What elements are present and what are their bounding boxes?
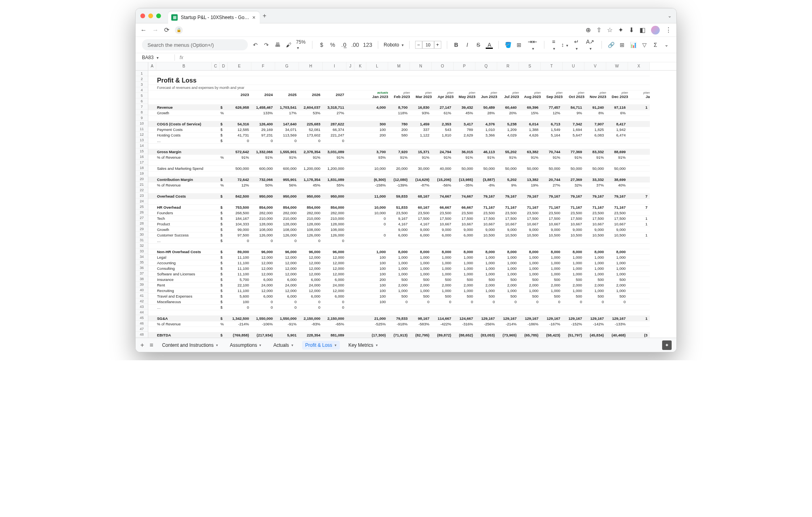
cell[interactable]: $ <box>220 294 228 298</box>
cell[interactable]: (769,858) <box>228 333 251 337</box>
cell[interactable]: 34,071 <box>275 127 299 132</box>
cell[interactable]: 79,167 <box>541 194 563 198</box>
cell[interactable]: 50% <box>251 183 275 187</box>
cell[interactable]: 500 <box>584 294 606 298</box>
cell[interactable]: 11,000 <box>366 194 388 198</box>
cell[interactable]: 23,500 <box>432 211 454 215</box>
cell[interactable]: SG&A <box>156 316 212 321</box>
cell[interactable]: (51,797) <box>563 333 584 337</box>
cell[interactable]: 68,167 <box>410 194 432 198</box>
cell[interactable]: 0 <box>497 300 519 304</box>
cell[interactable]: $ <box>220 127 228 132</box>
cell[interactable]: 1,825 <box>584 127 606 132</box>
column-header[interactable]: B <box>156 62 212 70</box>
column-header[interactable]: W <box>606 62 628 70</box>
cell[interactable]: 97,116 <box>606 105 628 110</box>
cell[interactable]: 2,000 <box>388 283 410 287</box>
cell[interactable]: (88,652) <box>454 333 475 337</box>
row-header[interactable]: 7 <box>136 104 148 110</box>
cell[interactable]: 9,000 <box>475 227 497 232</box>
close-tab-icon[interactable]: × <box>252 14 255 21</box>
row-header[interactable]: 27 <box>136 215 148 221</box>
cell[interactable]: 200 <box>366 133 388 137</box>
cell[interactable]: $ <box>220 238 228 243</box>
cell[interactable]: 12,000 <box>299 272 323 276</box>
cell[interactable]: 39,432 <box>454 105 475 110</box>
cell[interactable]: 79,167 <box>606 194 628 198</box>
cell[interactable]: $ <box>220 333 228 337</box>
column-header[interactable]: Q <box>475 62 497 70</box>
cell[interactable]: 1 <box>628 316 650 321</box>
all-sheets-icon[interactable]: ≡ <box>149 342 153 349</box>
cell[interactable]: 21,000 <box>366 316 388 321</box>
row-header[interactable]: 28 <box>136 221 148 226</box>
cell[interactable]: 1,000 <box>541 255 563 259</box>
cell[interactable]: $ <box>220 205 228 209</box>
cell[interactable]: 96,000 <box>299 250 323 254</box>
cell[interactable]: 91% <box>275 155 299 160</box>
cell[interactable]: 1,000 <box>432 272 454 276</box>
cell[interactable]: % <box>220 183 228 187</box>
cell[interactable]: 1,000 <box>410 255 432 259</box>
cell[interactable]: 1,342,500 <box>228 316 251 321</box>
cell-area[interactable]: Profit & LossForecast of revenues and ex… <box>148 71 650 338</box>
cell[interactable]: 0 <box>299 138 323 143</box>
cell[interactable]: 2,629 <box>454 133 475 137</box>
cell[interactable]: 20,000 <box>388 166 410 171</box>
cell[interactable]: 100 <box>366 127 388 132</box>
cell[interactable]: 99,000 <box>228 227 251 232</box>
cell[interactable]: 77,457 <box>541 105 563 110</box>
cell[interactable]: 12,000 <box>275 255 299 259</box>
cell[interactable]: 19% <box>519 183 541 187</box>
cell[interactable]: 91% <box>432 155 454 160</box>
cell[interactable]: 23,500 <box>563 211 584 215</box>
cell[interactable]: Sales and Marketing Spend <box>156 166 212 171</box>
cell[interactable]: 17% <box>275 111 299 115</box>
cell[interactable]: 6,000 <box>432 233 454 237</box>
cell[interactable]: 1,209 <box>497 127 519 132</box>
cell[interactable]: 0 <box>323 138 347 143</box>
cell[interactable]: 7 <box>628 205 650 209</box>
cell[interactable]: 71,167 <box>497 205 519 209</box>
cell[interactable]: 1,000 <box>519 261 541 265</box>
cell[interactable]: 12,000 <box>323 288 347 293</box>
cell[interactable]: 1,942 <box>606 127 628 132</box>
row-header[interactable]: 47 <box>136 326 148 332</box>
cell[interactable]: 114,667 <box>432 316 454 321</box>
cell[interactable]: 10,667 <box>584 222 606 226</box>
cell[interactable]: -214% <box>228 322 251 326</box>
cell[interactable]: 91,240 <box>584 105 606 110</box>
cell[interactable]: 79,167 <box>563 194 584 198</box>
print-icon[interactable]: 🖶 <box>274 42 281 48</box>
cell[interactable]: EBITDA <box>156 333 212 337</box>
cell[interactable]: 12,000 <box>251 261 275 265</box>
cell[interactable]: Hosting Costs <box>156 133 212 137</box>
strike-icon[interactable]: S <box>475 42 482 48</box>
cell[interactable]: -158% <box>366 183 388 187</box>
row-header[interactable]: 39 <box>136 282 148 287</box>
column-header[interactable]: F <box>251 62 275 70</box>
cell[interactable]: Miscellaneous <box>156 300 212 304</box>
cell[interactable]: $ <box>220 250 228 254</box>
cell[interactable]: -186% <box>519 322 541 326</box>
cell[interactable]: 100 <box>366 294 388 298</box>
cell[interactable]: 1,000 <box>475 261 497 265</box>
cell[interactable]: $ <box>220 233 228 237</box>
cell[interactable]: 6,000 <box>275 294 299 298</box>
cell[interactable]: 128,000 <box>323 222 347 226</box>
cell[interactable]: 200 <box>388 127 410 132</box>
cell[interactable]: 6% <box>606 111 628 115</box>
row-header[interactable]: 41 <box>136 293 148 298</box>
row-header[interactable]: 22 <box>136 187 148 193</box>
cell[interactable]: (71,913) <box>388 333 410 337</box>
month-header[interactable]: actualsJan 2023 <box>366 91 388 99</box>
sheet-tab-menu-icon[interactable]: ▾ <box>216 343 218 347</box>
cell[interactable]: 96,000 <box>323 250 347 254</box>
cell[interactable]: 108,000 <box>251 227 275 232</box>
cell[interactable]: 91% <box>584 155 606 160</box>
fill-color-icon[interactable]: 🪣 <box>504 42 511 48</box>
cell[interactable]: 2,000 <box>519 283 541 287</box>
cell[interactable]: 91% <box>475 155 497 160</box>
cell[interactable]: 6,000 <box>251 294 275 298</box>
cell[interactable]: 12,000 <box>299 266 323 271</box>
